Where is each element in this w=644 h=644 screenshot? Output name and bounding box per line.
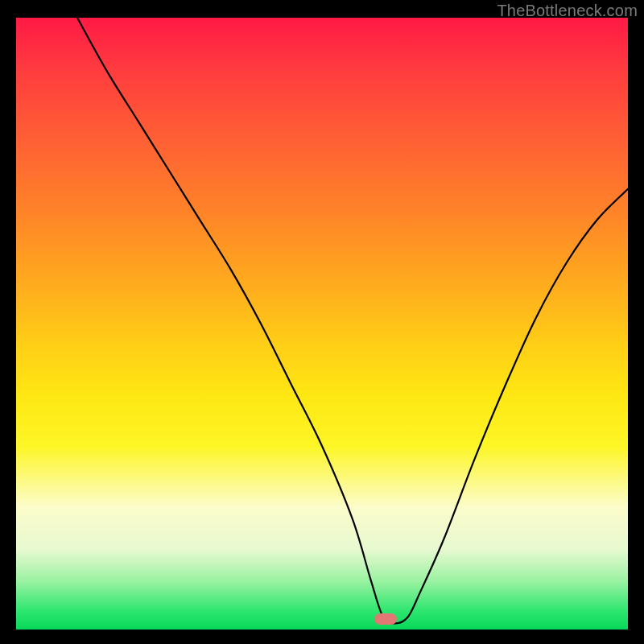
optimal-marker (374, 613, 397, 625)
chart-frame: TheBottleneck.com (0, 0, 644, 644)
curve-path (77, 18, 628, 623)
watermark-text: TheBottleneck.com (497, 2, 638, 20)
bottleneck-curve (16, 18, 628, 630)
plot-area (16, 18, 628, 630)
